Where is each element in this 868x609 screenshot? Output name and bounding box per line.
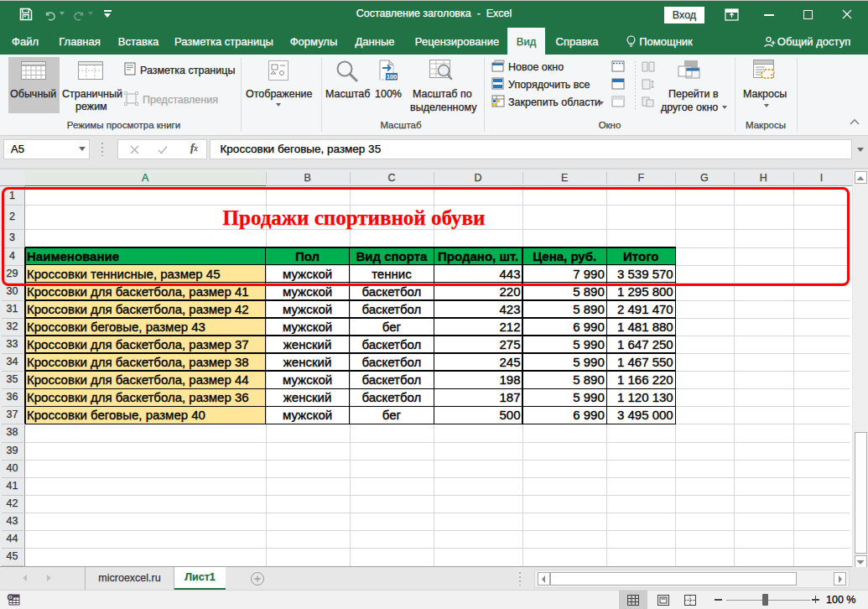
svg-text:100: 100 bbox=[387, 73, 398, 81]
